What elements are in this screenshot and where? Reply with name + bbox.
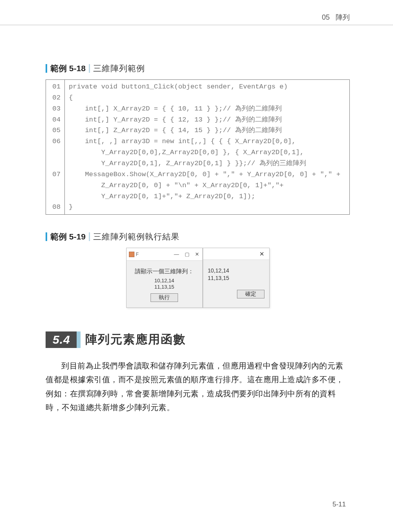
result-illustration: F — ▢ ✕ 請顯示一個三維陣列： 10,12,14 11,13,15 執行 … [46, 248, 350, 307]
section-accent-bar [77, 331, 81, 348]
code-line-text: int[, ,] array3D = new int[,,] { { { X_A… [65, 136, 296, 147]
code-line-text: int[,] Z_Array2D = { { 14, 15 } };// 為列的… [65, 125, 282, 136]
code-line-text: Z_Array2D[0, 0] + "\n" + X_Array2D[0, 1]… [65, 180, 284, 191]
header-chapter: 05 陣列 [322, 13, 350, 22]
code-line-number: 03 [46, 103, 65, 114]
example-bar-left [46, 232, 47, 241]
code-line-number: 04 [46, 114, 65, 125]
close-icon[interactable]: ✕ [195, 251, 199, 257]
section-54-heading: 5.4 陣列元素應用函數 [46, 331, 350, 348]
form-data-line1: 10,12,14 [130, 278, 198, 284]
example-519-title: 三維陣列範例執行結果 [93, 231, 180, 242]
code-line: 07 MessageBox.Show(X_Array2D[0, 0] + ","… [46, 169, 349, 180]
code-line-text: int[,] X_Array2D = { { 10, 11 } };// 為列的… [65, 103, 282, 114]
code-line-text: MessageBox.Show(X_Array2D[0, 0] + "," + … [65, 169, 340, 180]
code-line-text: { [65, 92, 73, 103]
code-line: Y_Array2D[0,1], Z_Array2D[0,1] } }};// 為… [46, 158, 349, 169]
close-icon[interactable]: ✕ [259, 250, 264, 258]
code-line-number [46, 158, 65, 169]
code-line: Z_Array2D[0, 0] + "\n" + X_Array2D[0, 1]… [46, 180, 349, 191]
ok-button[interactable]: 確定 [237, 290, 264, 298]
example-bar-right [89, 64, 90, 73]
code-listing: 01private void button1_Click(object send… [46, 79, 350, 215]
form-data: 10,12,14 11,13,15 [130, 278, 198, 290]
header-divider [0, 25, 393, 25]
section-title: 陣列元素應用函數 [81, 331, 186, 348]
code-line: Y_Array2D[0,0],Z_Array2D[0,0] }, { X_Arr… [46, 147, 349, 158]
messagebox-line2: 11,13,15 [208, 274, 264, 282]
example-bar-left [46, 64, 47, 73]
code-line-number: 02 [46, 92, 65, 103]
section-number: 5.4 [46, 331, 77, 348]
app-icon [129, 252, 134, 257]
code-line-text: Y_Array2D[0,0],Z_Array2D[0,0] }, { X_Arr… [65, 147, 304, 158]
form-titlebar: F — ▢ ✕ [127, 248, 202, 261]
code-line: 04 int[,] Y_Array2D = { { 12, 13 } };// … [46, 114, 349, 125]
code-line-number [46, 147, 65, 158]
code-line-text: } [65, 202, 73, 214]
messagebox-data: 10,12,14 11,13,15 [208, 267, 264, 282]
page-number: 5-11 [332, 501, 346, 508]
example-518-heading: 範例 5-18 三維陣列範例 [46, 63, 350, 74]
messagebox-titlebar: ✕ [203, 248, 269, 260]
section-paragraph: 到目前為止我們學會讀取和儲存陣列元素值，但應用過程中會發現陣列內的元素值都是根據… [46, 359, 350, 415]
example-519-label: 範例 5-19 [50, 231, 86, 242]
code-line: 02{ [46, 92, 349, 103]
code-line-text: Y_Array2D[0, 1]+","+ Z_Array2D[0, 1]); [65, 191, 255, 202]
code-line: 08} [46, 202, 349, 214]
chapter-number: 05 [322, 13, 330, 21]
chapter-name: 陣列 [336, 13, 350, 21]
form-data-line2: 11,13,15 [130, 284, 198, 290]
code-line: 01private void button1_Click(object send… [46, 80, 349, 92]
example-518-title: 三維陣列範例 [93, 63, 145, 74]
form-title: F [136, 252, 139, 257]
code-line-text: Y_Array2D[0,1], Z_Array2D[0,1] } }};// 為… [65, 158, 306, 169]
code-line-text: private void button1_Click(object sender… [65, 80, 288, 92]
execute-button[interactable]: 執行 [151, 293, 178, 302]
code-line-number [46, 180, 65, 191]
messagebox-line1: 10,12,14 [208, 267, 264, 274]
code-line-number [46, 191, 65, 202]
example-519-heading: 範例 5-19 三維陣列範例執行結果 [46, 231, 350, 242]
code-line-number: 07 [46, 169, 65, 180]
code-line-number: 08 [46, 202, 65, 214]
code-line: 03 int[,] X_Array2D = { { 10, 11 } };// … [46, 103, 349, 114]
example-bar-right [89, 232, 90, 241]
messagebox-window: ✕ 10,12,14 11,13,15 確定 [203, 248, 270, 307]
code-line-number: 06 [46, 136, 65, 147]
code-line: 06 int[, ,] array3D = new int[,,] { { { … [46, 136, 349, 147]
code-line-number: 01 [46, 80, 65, 92]
example-518-label: 範例 5-18 [50, 63, 86, 74]
code-line: 05 int[,] Z_Array2D = { { 14, 15 } };// … [46, 125, 349, 136]
maximize-icon[interactable]: ▢ [185, 251, 189, 257]
form-window: F — ▢ ✕ 請顯示一個三維陣列： 10,12,14 11,13,15 執行 [126, 248, 203, 307]
code-line-text: int[,] Y_Array2D = { { 12, 13 } };// 為列的… [65, 114, 282, 125]
code-line: Y_Array2D[0, 1]+","+ Z_Array2D[0, 1]); [46, 191, 349, 202]
form-prompt: 請顯示一個三維陣列： [130, 268, 198, 275]
code-line-number: 05 [46, 125, 65, 136]
minimize-icon[interactable]: — [174, 251, 179, 257]
